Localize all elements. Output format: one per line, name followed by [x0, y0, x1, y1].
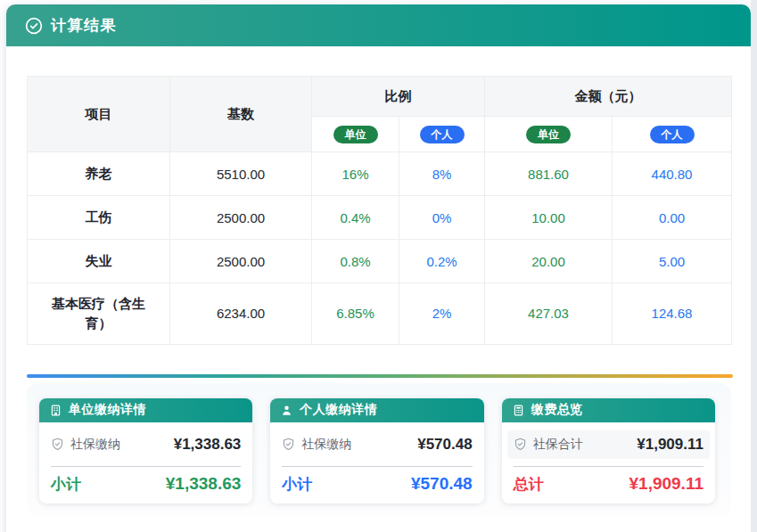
overview-card-header: 缴费总览 [502, 398, 715, 422]
summary-panel: 单位缴纳详情 社保缴纳 ¥1,33 [27, 383, 731, 517]
page-title: 计算结果 [51, 15, 117, 36]
col-header-base: 基数 [170, 77, 312, 152]
cell-unit-amount: 10.00 [485, 196, 613, 240]
unit-badge: 单位 [526, 126, 571, 143]
cell-base: 2500.00 [170, 196, 312, 240]
table-row-injury: 工伤 2500.00 0.4% 0% 10.00 0.00 [28, 196, 732, 240]
building-icon [50, 405, 62, 416]
cell-unit-amount: 20.00 [485, 240, 613, 283]
overview-total-value: ¥1,909.11 [629, 474, 704, 494]
cell-base: 2500.00 [170, 240, 312, 283]
employer-subtotal-value: ¥1,338.63 [166, 474, 242, 494]
table-row-medical: 基本医疗（含生育） 6234.00 6.85% 2% 427.03 124.68 [28, 283, 732, 345]
employer-subtotal-row: 小计 ¥1,338.63 [51, 474, 241, 495]
calculator-icon [513, 405, 524, 416]
employer-social-row: 社保缴纳 ¥1,338.63 [51, 430, 241, 459]
col-header-ratio-group: 比例 [312, 77, 485, 117]
employer-social-value: ¥1,338.63 [174, 436, 242, 454]
col-header-amount-group: 金额（元） [485, 77, 732, 117]
personal-card-title: 个人缴纳详情 [300, 402, 377, 418]
cell-base: 6234.00 [170, 283, 312, 345]
cell-unit-ratio: 0.8% [312, 240, 399, 283]
personal-subtotal-row: 小计 ¥570.48 [282, 474, 472, 495]
card-divider [514, 466, 704, 467]
employer-subtotal-label: 小计 [51, 474, 81, 495]
cell-personal-amount: 5.00 [613, 240, 732, 283]
cell-item: 基本医疗（含生育） [28, 283, 170, 345]
cell-personal-amount: 124.68 [613, 283, 732, 345]
overview-social-value: ¥1,909.11 [637, 436, 704, 454]
col-header-ratio-unit: 单位 [312, 117, 399, 152]
personal-social-label: 社保缴纳 [301, 437, 351, 453]
unit-badge: 单位 [333, 126, 378, 143]
check-circle-icon [25, 17, 43, 35]
overview-social-label: 社保合计 [533, 437, 583, 453]
cell-personal-amount: 0.00 [613, 196, 732, 240]
overview-social-row: 社保合计 ¥1,909.11 [507, 430, 710, 459]
cell-base: 5510.00 [170, 152, 312, 196]
gradient-divider [27, 374, 733, 378]
personal-summary-card: 个人缴纳详情 社保缴纳 ¥570. [270, 398, 483, 503]
col-header-amount-unit: 单位 [485, 117, 613, 152]
employer-social-label: 社保缴纳 [70, 437, 120, 453]
personal-badge: 个人 [420, 126, 465, 143]
employer-card-header: 单位缴纳详情 [39, 398, 252, 422]
overview-total-row: 总计 ¥1,909.11 [514, 474, 704, 495]
cell-personal-ratio: 0.2% [399, 240, 485, 283]
result-card: 计算结果 项目 基数 比例 金额（元） 单位 个人 单位 个人 [6, 4, 751, 532]
cell-unit-amount: 427.03 [485, 283, 613, 345]
calculation-table: 项目 基数 比例 金额（元） 单位 个人 单位 个人 养老 5510.00 16… [27, 76, 732, 345]
card-divider [51, 466, 241, 467]
shield-check-icon [514, 438, 527, 451]
overview-total-label: 总计 [514, 474, 544, 495]
col-header-item: 项目 [28, 77, 170, 152]
personal-subtotal-value: ¥570.48 [411, 474, 473, 494]
col-header-amount-personal: 个人 [613, 117, 732, 152]
employer-card-title: 单位缴纳详情 [69, 402, 146, 418]
overview-summary-card: 缴费总览 社保合计 ¥1,909. [502, 398, 715, 503]
employer-summary-card: 单位缴纳详情 社保缴纳 ¥1,33 [39, 398, 252, 503]
personal-social-row: 社保缴纳 ¥570.48 [282, 430, 472, 459]
cell-item: 失业 [28, 240, 170, 283]
cell-item: 养老 [28, 152, 170, 196]
vertical-scrollbar[interactable] [751, 0, 757, 532]
col-header-ratio-personal: 个人 [399, 117, 485, 152]
personal-subtotal-label: 小计 [282, 474, 312, 495]
cell-unit-ratio: 16% [312, 152, 399, 196]
table-row-pension: 养老 5510.00 16% 8% 881.60 440.80 [28, 152, 732, 196]
personal-card-header: 个人缴纳详情 [270, 398, 483, 422]
card-divider [282, 466, 472, 467]
cell-unit-ratio: 6.85% [312, 283, 399, 345]
cell-personal-ratio: 2% [399, 283, 485, 345]
cell-item: 工伤 [28, 196, 170, 240]
shield-check-icon [282, 438, 295, 451]
cell-unit-amount: 881.60 [485, 152, 613, 196]
overview-card-title: 缴费总览 [531, 402, 583, 418]
person-icon [281, 405, 292, 416]
personal-badge: 个人 [650, 126, 695, 143]
cell-unit-ratio: 0.4% [312, 196, 399, 240]
cell-personal-ratio: 0% [399, 196, 485, 240]
shield-check-icon [51, 438, 64, 451]
cell-personal-amount: 440.80 [613, 152, 732, 196]
result-header: 计算结果 [6, 4, 751, 46]
table-row-unemployment: 失业 2500.00 0.8% 0.2% 20.00 5.00 [28, 240, 732, 283]
personal-social-value: ¥570.48 [417, 436, 472, 454]
cell-personal-ratio: 8% [399, 152, 485, 196]
